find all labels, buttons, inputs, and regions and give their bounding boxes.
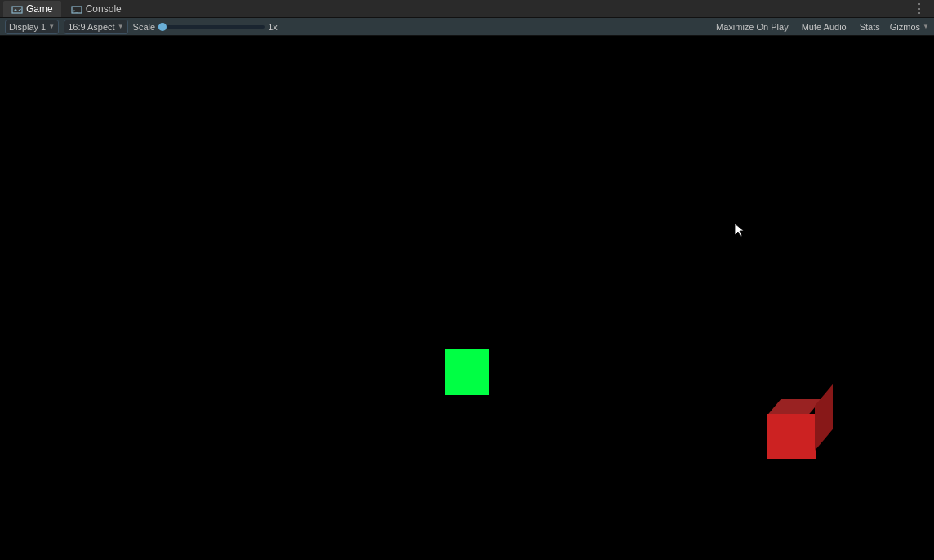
aspect-label: 16:9 Aspect	[68, 22, 115, 32]
scale-label: Scale	[133, 22, 156, 32]
maximize-on-play-button[interactable]: Maximize On Play	[713, 21, 792, 33]
game-tab-label: Game	[26, 3, 53, 15]
tab-game[interactable]: Game	[3, 1, 61, 17]
game-tab-icon	[11, 5, 23, 13]
red-cube-side-face	[815, 384, 833, 451]
tab-bar-options-icon[interactable]: ⋮	[908, 1, 931, 16]
svg-text:>_: >_	[73, 7, 78, 12]
console-tab-icon: >_	[71, 5, 82, 13]
red-cube-top-face	[767, 399, 822, 416]
gizmos-dropdown[interactable]: Gizmos ▼	[890, 22, 929, 32]
display-dropdown[interactable]: Display 1 ▼	[5, 20, 59, 34]
gizmos-label: Gizmos	[890, 22, 920, 32]
toolbar-right: Maximize On Play Mute Audio Stats Gizmos…	[713, 21, 929, 33]
mute-audio-button[interactable]: Mute Audio	[798, 21, 850, 33]
game-viewport[interactable]	[0, 36, 934, 560]
aspect-dropdown[interactable]: 16:9 Aspect ▼	[64, 20, 127, 34]
green-square-object	[445, 349, 489, 395]
viewport-cursor	[735, 224, 745, 238]
scale-slider-thumb[interactable]	[158, 23, 167, 31]
scale-container: Scale 1x	[133, 22, 278, 32]
scale-slider[interactable]	[158, 25, 265, 29]
svg-marker-7	[735, 224, 744, 237]
red-cube-object	[767, 414, 816, 459]
gizmos-arrow-icon: ▼	[923, 23, 929, 30]
toolbar: Display 1 ▼ 16:9 Aspect ▼ Scale 1x Maxim…	[0, 18, 934, 36]
scale-value: 1x	[268, 22, 278, 32]
console-tab-label: Console	[86, 3, 122, 15]
display-dropdown-arrow: ▼	[48, 23, 55, 30]
svg-point-4	[20, 8, 21, 10]
red-cube-front-face	[767, 414, 816, 459]
stats-button[interactable]: Stats	[856, 21, 883, 33]
aspect-dropdown-arrow: ▼	[118, 23, 124, 30]
tab-bar: Game >_ Console ⋮	[0, 0, 934, 18]
tab-console[interactable]: >_ Console	[63, 1, 130, 17]
display-label: Display 1	[9, 22, 46, 32]
tab-bar-left: Game >_ Console	[3, 1, 130, 17]
svg-point-3	[19, 9, 20, 11]
